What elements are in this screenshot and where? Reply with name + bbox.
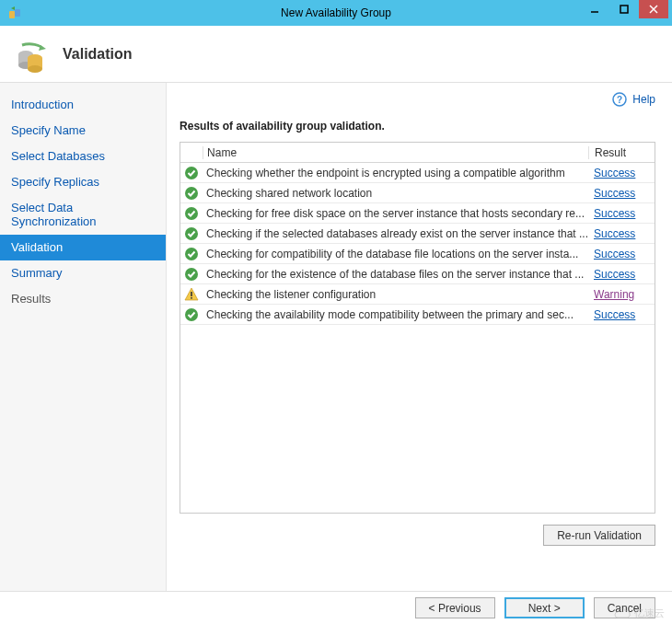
name-cell: Checking shared network location	[203, 187, 588, 200]
result-link[interactable]: Success	[594, 167, 635, 179]
sidebar-item-specify-replicas[interactable]: Specify Replicas	[0, 169, 166, 195]
wizard-footer: < Previous Next > Cancel	[0, 591, 672, 624]
table-row: Checking if the selected databases alrea…	[180, 224, 655, 244]
help-label: Help	[632, 93, 655, 106]
result-link[interactable]: Success	[594, 207, 635, 220]
help-icon: ?	[612, 92, 627, 107]
success-icon	[184, 307, 199, 322]
result-cell: Success	[588, 248, 655, 260]
status-cell	[180, 307, 203, 322]
sidebar-item-select-databases[interactable]: Select Databases	[0, 144, 166, 169]
svg-rect-1	[15, 9, 20, 17]
sidebar: Introduction Specify Name Select Databas…	[0, 83, 167, 591]
rerun-row: Re-run Validation	[180, 525, 655, 546]
warning-icon	[184, 287, 199, 302]
status-cell	[180, 247, 203, 261]
status-cell	[180, 287, 203, 302]
result-cell: Warning	[588, 288, 655, 301]
table-row: Checking the listener configurationWarni…	[180, 284, 655, 305]
previous-button[interactable]: < Previous	[415, 597, 495, 618]
success-icon	[184, 226, 199, 241]
window-title: New Availability Group	[281, 6, 391, 19]
table-row: Checking for compatibility of the databa…	[180, 244, 655, 264]
watermark-text: 亿速云	[634, 607, 665, 620]
result-link[interactable]: Success	[594, 187, 635, 200]
result-link[interactable]: Success	[594, 268, 635, 281]
next-button[interactable]: Next >	[504, 597, 585, 618]
watermark: 亿速云	[614, 607, 665, 620]
sidebar-item-results[interactable]: Results	[0, 286, 166, 312]
success-icon	[184, 247, 199, 261]
svg-rect-3	[620, 6, 628, 13]
close-button[interactable]	[639, 0, 668, 18]
status-cell	[180, 166, 203, 180]
result-cell: Success	[588, 167, 655, 179]
status-cell	[180, 206, 203, 221]
close-icon	[649, 5, 658, 14]
window-buttons	[580, 0, 668, 18]
table-header: Name Result	[180, 143, 655, 163]
status-cell	[180, 186, 203, 201]
sidebar-item-select-data-sync[interactable]: Select Data Synchronization	[0, 195, 166, 235]
rerun-validation-button[interactable]: Re-run Validation	[543, 525, 655, 546]
result-cell: Success	[588, 268, 655, 281]
name-cell: Checking for compatibility of the databa…	[203, 248, 588, 260]
sidebar-item-validation[interactable]: Validation	[0, 235, 166, 260]
result-cell: Success	[588, 187, 655, 200]
status-cell	[180, 226, 203, 241]
wizard-icon	[13, 36, 50, 73]
sidebar-item-summary[interactable]: Summary	[0, 260, 166, 286]
success-icon	[184, 267, 199, 282]
success-icon	[184, 166, 199, 180]
content: Introduction Specify Name Select Databas…	[0, 83, 672, 591]
svg-rect-20	[191, 292, 192, 296]
result-link[interactable]: Success	[594, 308, 635, 321]
table-row: Checking for free disk space on the serv…	[180, 203, 655, 224]
table-body: Checking whether the endpoint is encrypt…	[180, 163, 655, 325]
page-header: Validation	[0, 26, 672, 83]
result-cell: Success	[588, 308, 655, 321]
minimize-button[interactable]	[580, 0, 609, 18]
status-cell	[180, 267, 203, 282]
name-cell: Checking the listener configuration	[203, 288, 588, 301]
result-cell: Success	[588, 207, 655, 220]
svg-point-11	[28, 65, 42, 73]
page-title: Validation	[63, 46, 133, 63]
titlebar: New Availability Group	[0, 0, 672, 26]
name-cell: Checking for free disk space on the serv…	[203, 207, 588, 220]
name-cell: Checking whether the endpoint is encrypt…	[203, 167, 588, 179]
table-row: Checking for the existence of the databa…	[180, 264, 655, 284]
table-row: Checking the availability mode compatibi…	[180, 305, 655, 325]
svg-rect-0	[9, 11, 15, 18]
table-row: Checking whether the endpoint is encrypt…	[180, 163, 655, 183]
sidebar-item-specify-name[interactable]: Specify Name	[0, 118, 166, 144]
result-link[interactable]: Success	[594, 248, 635, 260]
svg-rect-21	[191, 297, 192, 299]
name-cell: Checking the availability mode compatibi…	[203, 308, 588, 321]
svg-text:?: ?	[617, 95, 622, 105]
maximize-icon	[620, 5, 629, 14]
result-cell: Success	[588, 227, 655, 240]
result-link[interactable]: Warning	[594, 288, 634, 301]
cloud-icon	[614, 608, 631, 619]
minimize-icon	[590, 5, 599, 14]
help-link[interactable]: ? Help	[612, 92, 655, 107]
success-icon	[184, 186, 199, 201]
name-cell: Checking for the existence of the databa…	[203, 268, 588, 281]
success-icon	[184, 206, 199, 221]
th-name[interactable]: Name	[203, 146, 588, 159]
app-icon	[7, 6, 22, 20]
result-link[interactable]: Success	[594, 227, 635, 240]
maximize-button[interactable]	[609, 0, 639, 18]
th-result[interactable]: Result	[588, 146, 655, 159]
validation-table: Name Result Checking whether the endpoin…	[180, 142, 655, 514]
name-cell: Checking if the selected databases alrea…	[203, 227, 588, 240]
table-row: Checking shared network locationSuccess	[180, 183, 655, 203]
sidebar-item-introduction[interactable]: Introduction	[0, 92, 166, 118]
results-title: Results of availability group validation…	[180, 120, 655, 133]
main-panel: ? Help Results of availability group val…	[167, 83, 672, 591]
